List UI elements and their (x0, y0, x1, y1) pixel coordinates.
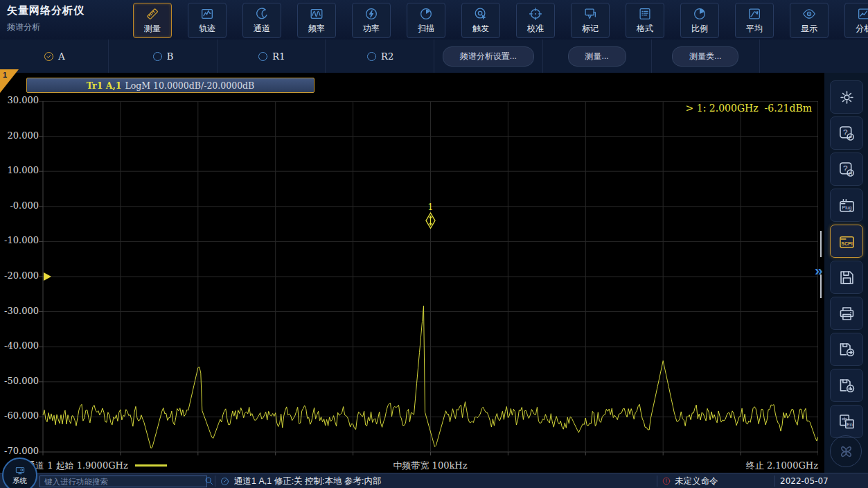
receiver-cell: B (109, 40, 218, 73)
sidebar-button-save-data[interactable] (830, 369, 863, 402)
start-frequency-text: 通道 1 起始 1.9000GHz (26, 460, 128, 471)
sidebar-button-logo (830, 435, 862, 467)
floppy-icon (838, 268, 856, 287)
toolbar-button-label: 格式 (637, 23, 653, 35)
reference-level-marker[interactable] (44, 272, 51, 281)
receiver-r2-label: R2 (381, 51, 393, 62)
receiver-a-radio[interactable] (43, 51, 55, 62)
crosshair-icon (528, 6, 543, 21)
radio-checked-icon (43, 51, 55, 62)
clover-icon (837, 442, 856, 461)
dialog-cell: 测量... (543, 40, 652, 73)
receiver-r1-radio[interactable] (257, 51, 269, 62)
plot-footer: 通道 1 起始 1.9000GHz 中频带宽 100kHz 终止 2.1000G… (0, 458, 824, 473)
channel-status-text: 通道1 A,1 修正:关 控制:本地 参考:内部 (234, 473, 382, 488)
lightning-icon (364, 6, 379, 21)
spectrum-settings-button[interactable]: 频谱分析设置... (443, 46, 534, 67)
toolbar-button-label: 测量 (144, 23, 161, 35)
receiver-b-radio[interactable] (152, 51, 163, 62)
sidebar-button-help-manual[interactable]: ?H (830, 152, 863, 186)
ruler-icon (145, 6, 160, 21)
y-axis-tick-label: -30.000 (0, 306, 39, 316)
scpi-icon: SCPI (838, 232, 856, 251)
toolbar-button-label: 比例 (691, 23, 708, 35)
error-icon (662, 476, 671, 486)
dialog-cell: 测量类... (652, 40, 761, 73)
sidebar-button-save-export[interactable] (830, 333, 863, 366)
error-message: 未定义命令 (675, 473, 718, 488)
channel-swirl-icon (254, 6, 269, 21)
floppy-arrow-icon (838, 340, 856, 359)
statusbar-divider (774, 476, 775, 487)
empty-cell (760, 40, 868, 73)
list-icon (637, 6, 653, 21)
receiver-a-label: A (58, 51, 64, 62)
system-button-label: 系统 (12, 476, 27, 486)
measure-dialog-button[interactable]: 测量... (568, 46, 626, 67)
y-axis-tick-label: 10.000 (0, 165, 39, 175)
radio-icon (366, 51, 378, 62)
sidebar-button-language-switch[interactable]: 中En (830, 405, 863, 438)
measure-class-dialog-button[interactable]: 测量类... (672, 46, 738, 67)
sidebar-button-help-programming[interactable]: ?P (830, 116, 863, 150)
toolbar-button-channel[interactable]: 通道 (242, 3, 281, 38)
receiver-cell: R2 (326, 40, 434, 73)
toolbar-button-display[interactable]: 显示 (790, 3, 829, 38)
svg-text:H: H (848, 170, 851, 176)
receiver-r1-label: R1 (272, 51, 285, 62)
channel-number: 1 (3, 71, 7, 79)
y-axis-tick-label: -60.000 (0, 410, 39, 421)
marker-readout: > 1: 2.000GHz -6.21dBm (686, 103, 812, 114)
toolbar-button-trigger[interactable]: 触发 (461, 3, 500, 38)
toolbar-button-power[interactable]: 功率 (352, 3, 391, 38)
radio-icon (152, 51, 163, 62)
toolbar-button-format[interactable]: 格式 (626, 3, 664, 38)
y-axis-tick-label: -0.000 (0, 200, 39, 211)
toolbar-button-trace[interactable]: 轨迹 (188, 3, 227, 38)
toolbar-button-marker[interactable]: 标记 (571, 3, 610, 38)
sidebar-button-plugin[interactable]: Plug (830, 189, 863, 222)
start-frequency-label: 通道 1 起始 1.9000GHz (26, 460, 167, 472)
toolbar-button-calibration[interactable]: 校准 (516, 3, 555, 38)
stop-frequency-label: 终止 2.1000GHz (746, 460, 818, 472)
search-icon-button[interactable] (204, 476, 215, 487)
receiver-cell: A (0, 40, 109, 73)
trace-format: LogM 10.0000dB/-20.0000dB (125, 80, 254, 91)
plug-icon: Plug (838, 196, 856, 215)
search-input[interactable] (39, 476, 207, 487)
app-title: 矢量网络分析仪 (7, 4, 85, 17)
sidebar-button-settings[interactable] (830, 80, 863, 114)
toolbar-button-sweep[interactable]: 扫描 (407, 3, 445, 38)
trace-header-button[interactable]: Tr1 A,1 LogM 10.0000dB/-20.0000dB (26, 78, 315, 93)
y-axis-tick-label: -50.000 (0, 376, 39, 386)
right-sidebar: ?P?HPlugSCPI中En (824, 73, 868, 473)
sidebar-button-scpi[interactable]: SCPI (830, 225, 863, 258)
sidebar-button-print[interactable] (830, 297, 863, 330)
toolbar-button-analysis[interactable]: 分析 (844, 3, 868, 38)
datetime-display: 2022-05-07 10:26:30 (780, 473, 868, 488)
vna-application-window: 矢量网络分析仪 频谱分析 测量轨迹通道频率功率扫描触发校准标记格式比例平均显示分… (0, 0, 868, 488)
pie-icon (692, 6, 707, 21)
dialog-cell: 频谱分析设置... (434, 40, 543, 73)
smooth-curve-icon (747, 6, 762, 21)
toolbar-button-label: 显示 (801, 23, 817, 35)
line-chart-icon (856, 6, 868, 21)
receiver-cell: R1 (218, 40, 326, 73)
printer-icon (838, 304, 856, 323)
receiver-r2-radio[interactable] (366, 51, 378, 62)
system-button[interactable]: 系统 (2, 458, 37, 488)
toolbar-button-scale[interactable]: 比例 (680, 3, 719, 38)
sidebar-button-save[interactable] (830, 261, 863, 294)
help-icon: ?P (838, 124, 856, 143)
toolbar-button-average[interactable]: 平均 (735, 3, 774, 38)
toolbar-button-measure[interactable]: 测量 (133, 3, 172, 38)
statusbar-divider (657, 476, 657, 487)
floppy-chart-icon (838, 376, 856, 395)
svg-text:P: P (849, 134, 852, 140)
trace-legend-line (135, 464, 167, 467)
y-axis-tick-label: 20.000 (0, 130, 39, 141)
y-axis-tick-label: -10.000 (0, 235, 39, 245)
channel-corner-tab: 1 (0, 69, 19, 93)
toolbar-button-frequency[interactable]: 频率 (297, 3, 336, 38)
toolbar-button-label: 分析 (856, 23, 868, 35)
